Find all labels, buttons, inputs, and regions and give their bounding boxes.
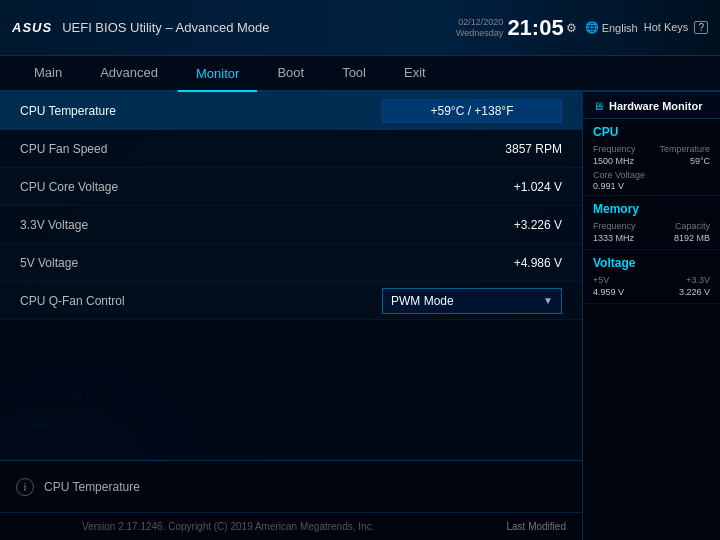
row-label-cpu-voltage: CPU Core Voltage (20, 180, 402, 194)
row-value-33v: +3.226 V (402, 218, 562, 232)
date-time-block: 02/12/2020 Wednesday (456, 17, 503, 39)
hw-volt-values-row: 4.959 V 3.226 V (593, 287, 710, 297)
hw-33v-label: +3.3V (686, 275, 710, 285)
hw-mem-values-row: 1333 MHz 8192 MB (593, 233, 710, 243)
hw-core-voltage-value: 0.991 V (593, 181, 710, 191)
clock-display: 21:05 (507, 17, 563, 39)
hw-core-voltage-label: Core Voltage (593, 170, 710, 180)
row-value-cpu-fan: 3857 RPM (402, 142, 562, 156)
table-row[interactable]: CPU Fan Speed 3857 RPM (0, 130, 582, 168)
hw-mem-labels-row: Frequency Capacity (593, 221, 710, 231)
hw-voltage-section: Voltage +5V +3.3V 4.959 V 3.226 V (583, 250, 720, 304)
hardware-monitor-panel: 🖥 Hardware Monitor CPU Frequency Tempera… (582, 92, 720, 540)
monitor-icon: 🖥 (593, 100, 604, 112)
hw-memory-title: Memory (593, 202, 710, 216)
globe-icon: 🌐 (585, 21, 599, 34)
hw-cpu-freq-value-row: 1500 MHz 59°C (593, 156, 710, 166)
row-label-33v: 3.3V Voltage (20, 218, 402, 232)
hw-volt-labels-row: +5V +3.3V (593, 275, 710, 285)
hw-mem-freq-value: 1333 MHz (593, 233, 634, 243)
hw-mem-freq-label: Frequency (593, 221, 636, 231)
asus-logo: ASUS (12, 20, 52, 35)
table-row[interactable]: CPU Temperature +59°C / +138°F (0, 92, 582, 130)
monitor-table: CPU Temperature +59°C / +138°F CPU Fan S… (0, 92, 582, 320)
dropdown-selected-value: PWM Mode (391, 294, 454, 308)
hw-monitor-title: Hardware Monitor (609, 100, 703, 112)
footer: Version 2.17.1246. Copyright (C) 2019 Am… (0, 512, 582, 540)
language-label: English (602, 22, 638, 34)
status-bar: i CPU Temperature (0, 460, 582, 512)
hotkeys-label: Hot Keys (644, 21, 689, 33)
hw-cpu-temp-value: 59°C (690, 156, 710, 166)
row-value-cpu-voltage: +1.024 V (402, 180, 562, 194)
row-value-5v: +4.986 V (402, 256, 562, 270)
row-label-5v: 5V Voltage (20, 256, 402, 270)
hw-cpu-title: CPU (593, 125, 710, 139)
hw-cpu-freq-row: Frequency Temperature (593, 144, 710, 154)
nav-item-monitor[interactable]: Monitor (178, 56, 257, 92)
gear-icon[interactable]: ⚙ (566, 21, 577, 35)
status-description: CPU Temperature (44, 480, 140, 494)
nav-item-advanced[interactable]: Advanced (82, 55, 176, 91)
hw-mem-cap-value: 8192 MB (674, 233, 710, 243)
navigation-bar: Main Advanced Monitor Boot Tool Exit (0, 56, 720, 92)
fan-control-dropdown[interactable]: PWM Mode ▼ (382, 288, 562, 314)
hw-5v-value: 4.959 V (593, 287, 624, 297)
chevron-down-icon: ▼ (543, 295, 553, 306)
last-modified-label: Last Modified (506, 521, 565, 532)
hw-cpu-section: CPU Frequency Temperature 1500 MHz 59°C … (583, 119, 720, 196)
date-line2: Wednesday (456, 28, 503, 39)
row-value-cpu-temp: +59°C / +138°F (382, 99, 562, 123)
table-row[interactable]: 3.3V Voltage +3.226 V (0, 206, 582, 244)
hw-33v-value: 3.226 V (679, 287, 710, 297)
hotkeys-icon: ? (694, 21, 708, 34)
bios-title: UEFI BIOS Utility – Advanced Mode (62, 20, 269, 35)
main-area: CPU Temperature +59°C / +138°F CPU Fan S… (0, 92, 720, 540)
nav-item-boot[interactable]: Boot (259, 55, 322, 91)
table-row[interactable]: CPU Core Voltage +1.024 V (0, 168, 582, 206)
dropdown-label-fan-control: CPU Q-Fan Control (20, 294, 382, 308)
nav-item-tool[interactable]: Tool (324, 55, 384, 91)
bios-header: ASUS UEFI BIOS Utility – Advanced Mode 0… (0, 0, 720, 56)
hw-5v-label: +5V (593, 275, 609, 285)
table-row[interactable]: 5V Voltage +4.986 V (0, 244, 582, 282)
hw-cpu-temp-label: Temperature (659, 144, 710, 154)
monitor-panel: CPU Temperature +59°C / +138°F CPU Fan S… (0, 92, 582, 540)
hw-voltage-title: Voltage (593, 256, 710, 270)
info-icon: i (16, 478, 34, 496)
hw-monitor-header: 🖥 Hardware Monitor (583, 92, 720, 119)
nav-item-main[interactable]: Main (16, 55, 80, 91)
hw-mem-cap-label: Capacity (675, 221, 710, 231)
nav-item-exit[interactable]: Exit (386, 55, 444, 91)
dropdown-row-fan-control[interactable]: CPU Q-Fan Control PWM Mode ▼ (0, 282, 582, 320)
empty-space (0, 320, 582, 460)
language-button[interactable]: 🌐 English (585, 21, 638, 34)
hw-memory-section: Memory Frequency Capacity 1333 MHz 8192 … (583, 196, 720, 250)
hw-cpu-freq-label: Frequency (593, 144, 636, 154)
row-label-cpu-fan: CPU Fan Speed (20, 142, 402, 156)
row-label-cpu-temp: CPU Temperature (20, 104, 382, 118)
copyright-text: Version 2.17.1246. Copyright (C) 2019 Am… (82, 521, 374, 532)
hotkeys-button[interactable]: Hot Keys ? (644, 21, 708, 34)
date-line1: 02/12/2020 (458, 17, 503, 28)
hw-cpu-freq-value: 1500 MHz (593, 156, 634, 166)
